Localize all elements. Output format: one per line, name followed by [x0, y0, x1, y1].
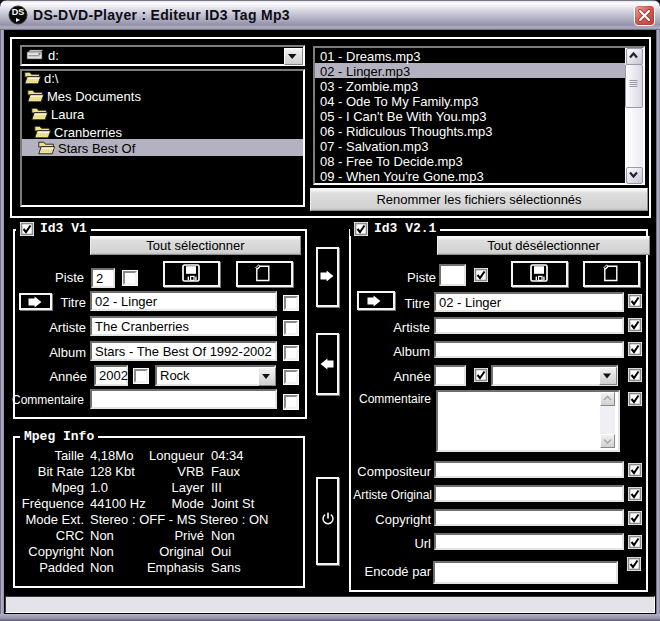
svg-text:DS: DS	[12, 7, 25, 17]
